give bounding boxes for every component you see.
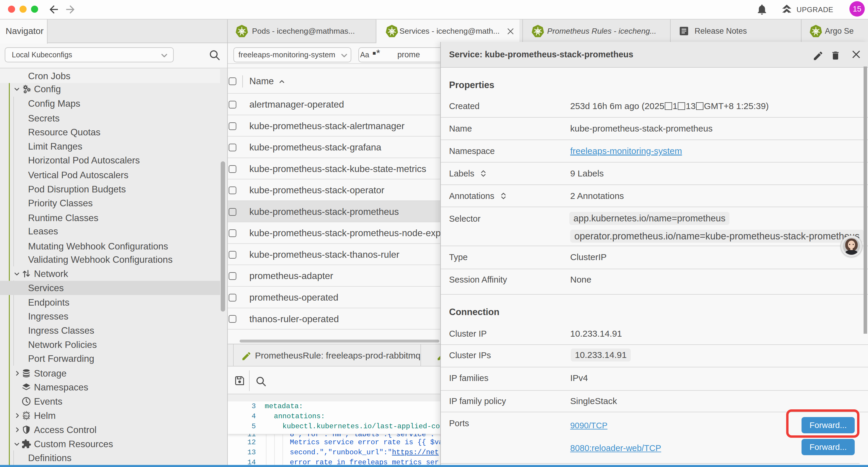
svg-text:HELM: HELM xyxy=(23,414,30,417)
